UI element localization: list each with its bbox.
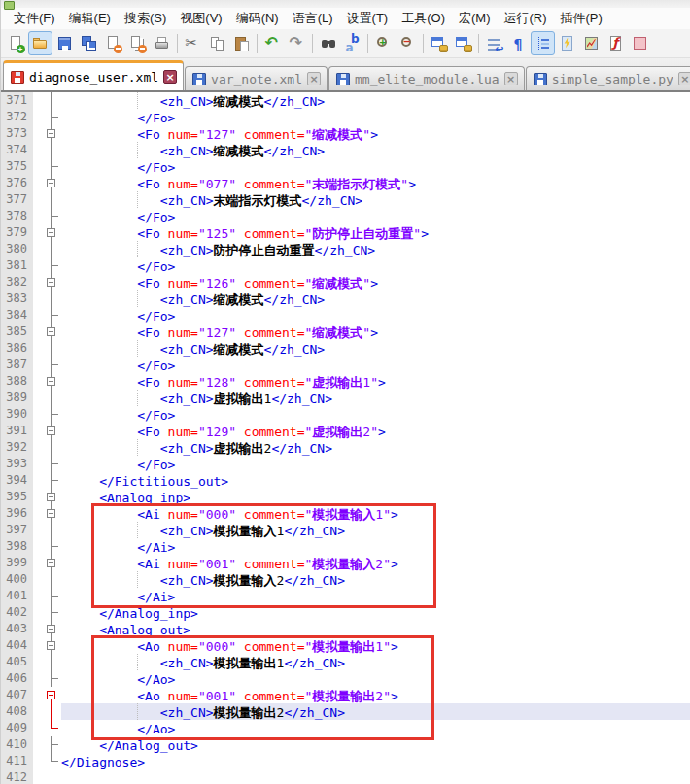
paste-button[interactable] <box>229 31 254 55</box>
code-line-381[interactable]: 381 </Fo> <box>1 257 690 274</box>
code-line-411[interactable]: 411</Diagnose> <box>1 753 690 769</box>
code-line-378[interactable]: 378 </Fo> <box>1 208 690 224</box>
fold-toggle-icon[interactable] <box>33 621 61 637</box>
menu-item-2[interactable]: 编辑(E) <box>62 8 118 29</box>
code-line-386[interactable]: 386 <zh_CN>缩减模式</zh_CN> <box>1 340 690 357</box>
code-line-373[interactable]: 373 <Fo num="127" comment="缩减模式"> <box>1 125 690 142</box>
code-line-407[interactable]: 407 <Ao num="001" comment="模拟量输出2"> <box>1 687 690 703</box>
code-line-383[interactable]: 383 <zh_CN>缩减模式</zh_CN> <box>1 290 690 307</box>
fold-toggle-icon[interactable] <box>33 687 61 703</box>
fold-toggle-icon[interactable] <box>33 555 61 571</box>
menu-item-5[interactable]: 编码(N) <box>229 8 286 29</box>
code-line-392[interactable]: 392 <zh_CN>虚拟输出2</zh_CN> <box>1 439 690 456</box>
close-tab-icon[interactable]: × <box>163 70 177 84</box>
menu-item-3[interactable]: 搜索(S) <box>118 8 173 29</box>
monitoring-button[interactable] <box>628 31 652 55</box>
open-file-button[interactable] <box>28 31 52 55</box>
code-line-371[interactable]: 371 <zh_CN>缩减模式</zh_CN> <box>1 92 690 109</box>
fold-toggle-icon[interactable] <box>33 224 61 241</box>
save-all-button[interactable] <box>77 31 101 55</box>
tab-var_note.xml[interactable]: var_note.xml× <box>185 66 328 90</box>
menu-item-8[interactable]: 工具(O) <box>395 8 452 29</box>
copy-button[interactable] <box>205 31 229 55</box>
code-line-394[interactable]: 394 </Fictitious_out> <box>1 472 690 489</box>
menu-item-6[interactable]: 语言(L) <box>286 8 340 29</box>
fold-toggle-icon[interactable] <box>33 505 61 522</box>
code-line-396[interactable]: 396 <Ai num="000" comment="模拟量输入1"> <box>1 505 690 522</box>
cut-button[interactable] <box>181 31 205 55</box>
editor[interactable]: 371 <zh_CN>缩减模式</zh_CN>372 </Fo>373 <Fo … <box>1 90 690 784</box>
document-map-button[interactable] <box>579 31 604 55</box>
tab-diagnose_user.xml[interactable]: diagnose_user.xml× <box>3 60 184 90</box>
code-line-408[interactable]: 408 <zh_CN>模拟量输出2</zh_CN> <box>1 703 690 720</box>
fold-toggle-icon[interactable] <box>33 373 61 390</box>
code-line-395[interactable]: 395 <Analog_inp> <box>1 489 690 505</box>
close-file-button[interactable] <box>101 31 125 55</box>
indent-guide-button[interactable] <box>531 31 555 55</box>
code-line-374[interactable]: 374 <zh_CN>缩减模式</zh_CN> <box>1 142 690 158</box>
code-line-377[interactable]: 377 <zh_CN>末端指示灯模式</zh_CN> <box>1 191 690 208</box>
code-line-409[interactable]: 409 </Ao> <box>1 720 690 736</box>
code-line-393[interactable]: 393 </Fo> <box>1 456 690 472</box>
code-line-385[interactable]: 385 <Fo num="127" comment="缩减模式"> <box>1 324 690 340</box>
code-line-400[interactable]: 400 <zh_CN>模拟量输入2</zh_CN> <box>1 571 690 588</box>
close-tab-icon[interactable]: × <box>307 72 321 85</box>
print-button[interactable] <box>150 31 174 55</box>
code-line-384[interactable]: 384 </Fo> <box>1 307 690 324</box>
code-line-397[interactable]: 397 <zh_CN>模拟量输入1</zh_CN> <box>1 522 690 538</box>
code-line-391[interactable]: 391 <Fo num="129" comment="虚拟输出2"> <box>1 423 690 439</box>
menu-item-4[interactable]: 视图(V) <box>173 8 228 29</box>
close-tab-icon[interactable]: × <box>678 72 690 85</box>
menu-item-10[interactable]: 运行(R) <box>497 8 553 29</box>
fold-toggle-icon[interactable] <box>33 489 61 505</box>
show-all-characters-button[interactable] <box>506 31 531 55</box>
code-line-372[interactable]: 372 </Fo> <box>1 109 690 125</box>
code-line-403[interactable]: 403 <Analog_out> <box>1 621 690 637</box>
save-button[interactable] <box>52 31 77 55</box>
code-line-376[interactable]: 376 <Fo num="077" comment="末端指示灯模式"> <box>1 175 690 191</box>
code-line-398[interactable]: 398 </Ai> <box>1 538 690 555</box>
code-line-412[interactable]: 412 <box>1 769 690 784</box>
close-tab-icon[interactable]: × <box>504 72 518 85</box>
code-line-375[interactable]: 375 </Fo> <box>1 158 690 175</box>
code-line-380[interactable]: 380 <zh_CN>防护停止自动重置</zh_CN> <box>1 241 690 257</box>
fold-toggle-icon[interactable] <box>33 125 61 142</box>
lightning-button[interactable] <box>555 31 579 55</box>
menu-item-9[interactable]: 宏(M) <box>452 8 498 29</box>
tab-mm_elite_module.lua[interactable]: mm_elite_module.lua× <box>328 66 525 90</box>
fold-toggle-icon[interactable] <box>33 324 61 340</box>
code-line-390[interactable]: 390 </Fo> <box>1 406 690 423</box>
code-line-382[interactable]: 382 <Fo num="126" comment="缩减模式"> <box>1 274 690 290</box>
code-line-399[interactable]: 399 <Ai num="001" comment="模拟量输入2"> <box>1 555 690 571</box>
zoom-in-button[interactable] <box>371 31 396 55</box>
code-line-401[interactable]: 401 </Ai> <box>1 588 690 604</box>
menu-item-11[interactable]: 插件(P) <box>554 8 609 29</box>
function-list-button[interactable] <box>604 31 628 55</box>
code-line-402[interactable]: 402 </Analog_inp> <box>1 604 690 621</box>
menu-item-7[interactable]: 设置(T) <box>340 8 396 29</box>
code-line-405[interactable]: 405 <zh_CN>模拟量输出1</zh_CN> <box>1 654 690 670</box>
code-line-410[interactable]: 410 </Analog_out> <box>1 736 690 753</box>
word-wrap-button[interactable] <box>482 31 506 55</box>
replace-button[interactable] <box>340 31 364 55</box>
redo-button[interactable] <box>285 31 309 55</box>
undo-button[interactable] <box>260 31 285 55</box>
close-all-button[interactable] <box>125 31 150 55</box>
code-line-404[interactable]: 404 <Ao num="000" comment="模拟量输出1"> <box>1 637 690 654</box>
tab-simple_sample.py[interactable]: simple_sample.py× <box>526 66 690 90</box>
fold-toggle-icon[interactable] <box>33 274 61 290</box>
code-line-389[interactable]: 389 <zh_CN>虚拟输出1</zh_CN> <box>1 390 690 406</box>
code-line-406[interactable]: 406 </Ao> <box>1 670 690 687</box>
find-button[interactable] <box>316 31 340 55</box>
sync-horizontal-button[interactable] <box>451 31 475 55</box>
code-line-387[interactable]: 387 </Fo> <box>1 357 690 373</box>
fold-toggle-icon[interactable] <box>33 175 61 191</box>
code-line-388[interactable]: 388 <Fo num="128" comment="虚拟输出1"> <box>1 373 690 390</box>
fold-toggle-icon[interactable] <box>33 423 61 439</box>
zoom-out-button[interactable] <box>396 31 420 55</box>
sync-vertical-button[interactable] <box>427 31 451 55</box>
fold-toggle-icon[interactable] <box>33 637 61 654</box>
menu-item-1[interactable]: 文件(F) <box>7 8 62 29</box>
new-file-button[interactable] <box>4 31 28 55</box>
code-line-379[interactable]: 379 <Fo num="125" comment="防护停止自动重置"> <box>1 224 690 241</box>
